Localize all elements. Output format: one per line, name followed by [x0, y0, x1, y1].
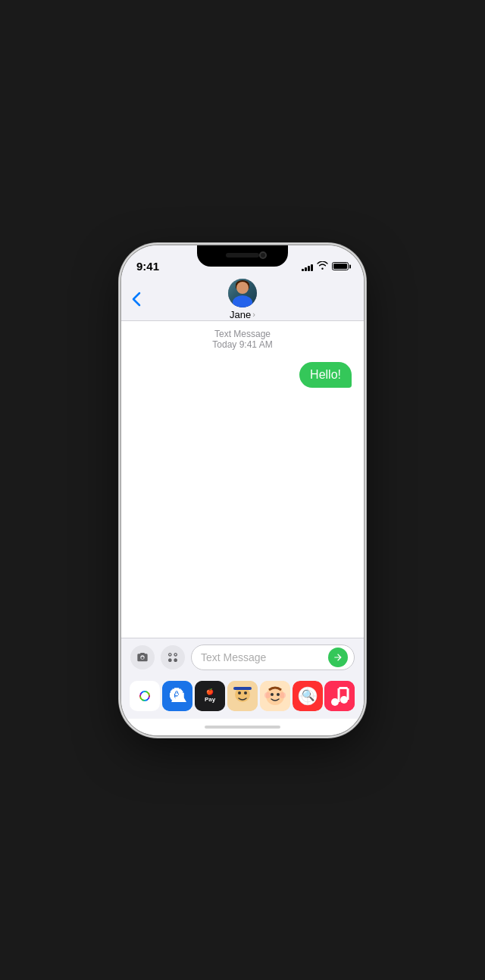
- message-time-label: Today 9:41 AM: [133, 339, 352, 350]
- svg-point-26: [264, 692, 271, 698]
- svg-point-24: [271, 693, 274, 696]
- message-bubble: Hello!: [299, 362, 352, 388]
- camera-button[interactable]: [130, 645, 155, 669]
- screen: 9:41: [121, 245, 364, 735]
- status-bar: 9:41: [121, 245, 364, 279]
- signal-icon: [302, 262, 313, 271]
- phone-frame: 9:41: [121, 245, 364, 735]
- home-bar: [205, 726, 280, 729]
- svg-point-11: [141, 692, 149, 700]
- message-type-label: Text Message: [133, 329, 352, 339]
- nav-header: Jane ›: [121, 279, 364, 321]
- text-input[interactable]: Text Message: [201, 651, 325, 663]
- contact-name-row: Jane ›: [230, 309, 255, 320]
- safari-app-icon[interactable]: 🔍: [293, 681, 323, 711]
- status-icons: [302, 261, 349, 272]
- svg-point-27: [280, 692, 286, 698]
- back-button[interactable]: [132, 292, 141, 307]
- svg-point-20: [244, 691, 247, 694]
- svg-rect-21: [233, 687, 252, 690]
- wifi-icon: [317, 261, 328, 272]
- battery-icon: [332, 262, 349, 270]
- notch: [197, 245, 288, 267]
- nav-center[interactable]: Jane ›: [228, 279, 257, 320]
- svg-point-19: [238, 691, 241, 694]
- bubble-text: Hello!: [310, 368, 341, 381]
- svg-text:🍎: 🍎: [206, 688, 214, 695]
- svg-text:🔍: 🔍: [301, 689, 314, 702]
- svg-point-25: [277, 693, 280, 696]
- contact-name: Jane: [230, 309, 251, 320]
- memoji1-app-icon[interactable]: [227, 681, 258, 711]
- music-app-icon[interactable]: [324, 681, 355, 711]
- status-time: 9:41: [136, 260, 159, 273]
- svg-point-0: [141, 657, 143, 659]
- avatar: [228, 279, 257, 307]
- message-area: Text Message Today 9:41 AM Hello!: [121, 321, 364, 638]
- message-meta: Text Message Today 9:41 AM: [133, 329, 352, 350]
- svg-rect-37: [339, 687, 348, 689]
- home-indicator: [121, 719, 364, 735]
- speaker: [226, 253, 259, 257]
- input-area: Text Message: [121, 638, 364, 676]
- app-tray: 🅐 🍎 Pay: [121, 676, 364, 719]
- contact-chevron: ›: [252, 310, 255, 319]
- app-tray-row: 🅐 🍎 Pay: [129, 681, 356, 711]
- camera: [259, 251, 267, 259]
- send-button[interactable]: [328, 648, 348, 667]
- photos-app-icon[interactable]: [130, 681, 160, 711]
- memoji2-app-icon[interactable]: [260, 681, 290, 711]
- bubble-row: Hello!: [133, 362, 352, 388]
- svg-text:Pay: Pay: [205, 696, 216, 703]
- appstore-app-icon[interactable]: 🅐: [162, 681, 192, 711]
- apps-button[interactable]: [161, 645, 185, 669]
- applepay-app-icon[interactable]: 🍎 Pay: [195, 681, 225, 711]
- text-input-wrap[interactable]: Text Message: [191, 644, 355, 670]
